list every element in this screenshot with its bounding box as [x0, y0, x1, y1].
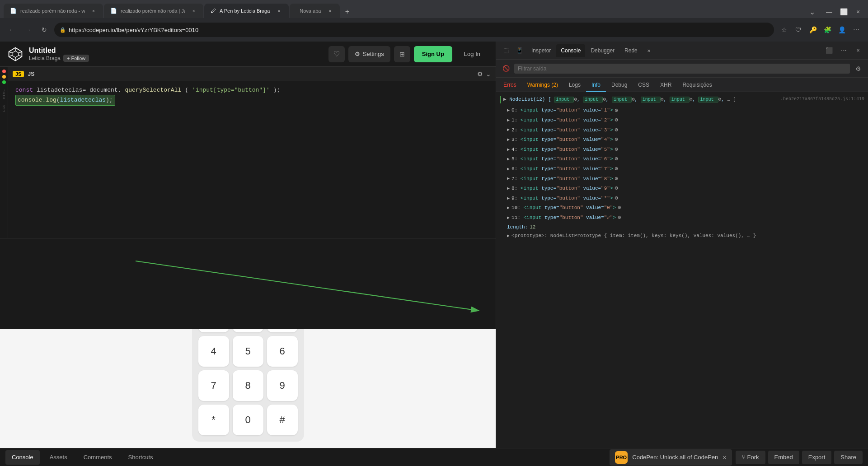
devtools-tab-debugger[interactable]: Debugger	[586, 44, 619, 57]
expand-2[interactable]: ▶	[507, 126, 510, 134]
devtools-inspect-icon[interactable]: ⬚	[500, 44, 512, 57]
phone-input-display[interactable]: Digite seu telefone	[198, 271, 298, 290]
gear-tree-6[interactable]: ⚙	[615, 164, 618, 174]
yellow-dot[interactable]	[2, 75, 6, 79]
devtools-responsive-icon[interactable]: 📱	[513, 44, 526, 57]
key-star[interactable]: *	[198, 405, 229, 435]
expand-4[interactable]: ▶	[507, 146, 510, 154]
key-6[interactable]: 6	[267, 336, 298, 367]
bookmark-button[interactable]: ☆	[778, 23, 790, 36]
devtools-tab-console[interactable]: Console	[556, 44, 585, 57]
key-hash[interactable]: #	[267, 405, 298, 435]
devtools-more-icon[interactable]: ⋯	[837, 44, 850, 57]
tab-requests[interactable]: Requisições	[677, 79, 717, 92]
browser-tab-1[interactable]: 📄 realizado porém não roda - var... ×	[4, 4, 103, 18]
input-tag-5[interactable]: input	[698, 97, 718, 103]
pro-close-button[interactable]: ×	[723, 454, 726, 461]
settings-button[interactable]: ⚙ Settings	[348, 46, 390, 62]
browser-tab-2[interactable]: 📄 realizado porém não roda | Ja... ×	[104, 4, 203, 18]
console-settings-icon[interactable]: ⚙	[852, 62, 864, 75]
gear-tree-0[interactable]: ⚙	[615, 106, 618, 116]
minimize-button[interactable]: —	[823, 5, 835, 18]
tab-errors[interactable]: Erros	[498, 79, 522, 92]
green-dot[interactable]	[2, 80, 6, 84]
key-7[interactable]: 7	[198, 370, 229, 401]
tab3-close[interactable]: ×	[275, 7, 282, 14]
more-button[interactable]: ⋯	[850, 23, 863, 36]
expand-0[interactable]: ▶	[507, 107, 510, 115]
input-tag-0[interactable]: input	[554, 97, 574, 103]
layout-button[interactable]: ⊞	[394, 46, 410, 62]
tab-info[interactable]: Info	[586, 79, 606, 92]
tab-xhr[interactable]: XHR	[655, 79, 677, 92]
tab-debug[interactable]: Debug	[606, 79, 633, 92]
red-dot[interactable]	[2, 70, 6, 73]
restore-button[interactable]: ⬜	[837, 5, 850, 18]
key-4[interactable]: 4	[198, 336, 229, 367]
key-1[interactable]: 1	[198, 302, 229, 332]
follow-button[interactable]: + Follow	[63, 55, 89, 62]
input-tag-2[interactable]: input	[612, 97, 632, 103]
input-tag-4[interactable]: input	[670, 97, 690, 103]
back-button[interactable]: ←	[5, 23, 18, 36]
tab2-close[interactable]: ×	[190, 7, 197, 14]
devtools-tab-rede[interactable]: Rede	[620, 44, 642, 57]
key-2[interactable]: 2	[233, 302, 263, 332]
devtools-close-icon[interactable]: ×	[852, 44, 864, 57]
devtools-tab-inspetor[interactable]: Inspetor	[527, 44, 555, 57]
browser-tab-4[interactable]: Nova aba ×	[290, 4, 340, 18]
new-tab-button[interactable]: +	[341, 5, 353, 18]
input-tag-3[interactable]: input	[641, 97, 661, 103]
expand-proto[interactable]: ▶	[507, 232, 510, 240]
gear-tree-11[interactable]: ⚙	[618, 213, 621, 223]
input-tag-1[interactable]: input	[583, 97, 603, 103]
fork-button[interactable]: ⑂ Fork	[736, 451, 765, 464]
devtools-dock-icon[interactable]: ⬛	[823, 44, 835, 57]
embed-button[interactable]: Embed	[768, 451, 799, 464]
gear-tree-2[interactable]: ⚙	[615, 126, 618, 135]
gear-1[interactable]: ⚙	[603, 97, 606, 102]
gear-3[interactable]: ⚙	[661, 97, 664, 102]
expand-6[interactable]: ▶	[507, 165, 510, 173]
gear-tree-3[interactable]: ⚙	[615, 135, 618, 145]
editor-body[interactable]: const listadeteclas= document. querySele…	[8, 81, 496, 110]
tab-css[interactable]: CSS	[633, 79, 655, 92]
account-button[interactable]: 👤	[835, 23, 848, 36]
tab1-close[interactable]: ×	[90, 7, 97, 14]
key-9[interactable]: 9	[267, 370, 298, 401]
gear-5[interactable]: ⚙	[718, 97, 722, 102]
clear-console-icon[interactable]: 🚫	[500, 62, 512, 75]
gear-tree-10[interactable]: ⚙	[618, 203, 621, 213]
key-3[interactable]: 3	[267, 302, 298, 332]
gear-tree-1[interactable]: ⚙	[615, 116, 618, 126]
gear-4[interactable]: ⚙	[690, 97, 693, 102]
bottom-tab-console[interactable]: Console	[5, 450, 40, 465]
editor-expand-icon[interactable]: ⌄	[486, 70, 491, 78]
gear-tree-5[interactable]: ⚙	[615, 154, 618, 164]
expand-8[interactable]: ▶	[507, 185, 510, 193]
filter-input[interactable]	[514, 64, 850, 74]
address-bar[interactable]: 🔒 https://codepen.io/lbe/pen/vYzrYBK?edi…	[54, 23, 774, 37]
tab-overflow-button[interactable]: ⌄	[806, 5, 818, 18]
key-8[interactable]: 8	[233, 370, 263, 401]
expand-11[interactable]: ▶	[507, 214, 510, 222]
forward-button[interactable]: →	[22, 23, 34, 36]
extensions-button[interactable]: 🧩	[821, 23, 834, 36]
gear-tree-7[interactable]: ⚙	[615, 174, 618, 184]
gear-tree-9[interactable]: ⚙	[615, 194, 618, 204]
heart-button[interactable]: ♡	[328, 46, 345, 62]
expand-10[interactable]: ▶	[507, 204, 510, 212]
gear-2[interactable]: ⚙	[632, 97, 635, 102]
key-5[interactable]: 5	[233, 336, 263, 367]
export-button[interactable]: Export	[802, 451, 832, 464]
bottom-tab-shortcuts[interactable]: Shortcuts	[122, 450, 160, 465]
key-0[interactable]: 0	[233, 405, 263, 435]
gear-0[interactable]: ⚙	[574, 97, 577, 102]
tab-logs[interactable]: Logs	[563, 79, 586, 92]
refresh-button[interactable]: ↻	[38, 23, 51, 36]
tab4-close[interactable]: ×	[326, 7, 333, 14]
devtools-tab-more[interactable]: »	[643, 44, 655, 57]
close-button[interactable]: ×	[852, 5, 864, 18]
expand-5[interactable]: ▶	[507, 155, 510, 163]
gear-tree-8[interactable]: ⚙	[615, 184, 618, 194]
